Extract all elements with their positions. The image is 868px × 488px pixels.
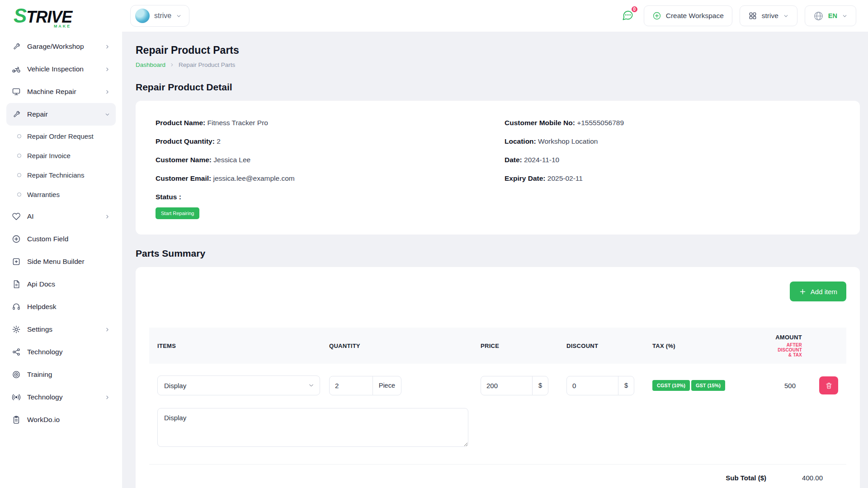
sidebar-item-vehicle-inspection[interactable]: Vehicle Inspection	[6, 58, 116, 80]
sidebar-item-label: Machine Repair	[27, 88, 76, 96]
workspace-switcher[interactable]: strive	[130, 5, 189, 27]
sidebar-subitem-label: Repair Order Request	[27, 132, 94, 140]
breadcrumb-dashboard-link[interactable]: Dashboard	[136, 61, 165, 68]
sidebar-item-api-docs[interactable]: Api Docs	[6, 273, 116, 296]
sidebar-item-warranties[interactable]: Warranties	[13, 185, 116, 204]
col-items: ITEMS	[157, 343, 329, 349]
sidebar-item-label: Side Menu Builder	[27, 258, 85, 266]
sidebar: Garage/Workshop Vehicle Inspection Machi…	[0, 32, 122, 488]
sidebar-item-label: WorkDo.io	[27, 416, 60, 424]
detail-value: 2025-02-11	[547, 174, 583, 182]
plus-circle-icon	[652, 11, 661, 20]
col-amount-note: AFTER DISCOUNT & TAX	[774, 343, 802, 357]
sidebar-item-label: Repair	[27, 110, 48, 118]
sidebar-item-workdo-io[interactable]: WorkDo.io	[6, 408, 116, 431]
machine-icon	[12, 87, 21, 96]
sidebar-item-training[interactable]: Training	[6, 363, 116, 386]
parts-table: ITEMS QUANTITY PRICE DISCOUNT TAX (%) AM…	[149, 328, 846, 488]
brand-area: STRIVE MAKE	[0, 6, 122, 26]
target-icon	[12, 370, 21, 379]
sidebar-item-repair-order-request[interactable]: Repair Order Request	[13, 127, 116, 146]
sidebar-item-side-menu-builder[interactable]: Side Menu Builder	[6, 250, 116, 273]
price-input[interactable]	[481, 376, 532, 395]
start-repairing-button[interactable]: Start Repairing	[156, 207, 199, 219]
brand-logo[interactable]: STRIVE MAKE	[14, 6, 72, 26]
add-item-button[interactable]: Add item	[790, 282, 846, 301]
create-workspace-label: Create Workspace	[666, 12, 724, 20]
col-amount: AMOUNT AFTER DISCOUNT & TAX	[774, 334, 802, 357]
sidebar-item-repair-technicians[interactable]: Repair Technicians	[13, 165, 116, 185]
brand-logo-rest: TRIVE	[26, 9, 72, 25]
detail-label: Product Quantity:	[156, 137, 215, 145]
col-discount: DISCOUNT	[566, 343, 652, 349]
detail-value: 2	[217, 137, 221, 145]
repair-submenu: Repair Order Request Repair Invoice Repa…	[6, 126, 116, 205]
tax-badge-cgst: CGST (10%)	[652, 380, 690, 391]
grid-icon	[748, 11, 757, 20]
detail-label: Expiry Date:	[505, 174, 545, 182]
sidebar-item-settings[interactable]: Settings	[6, 318, 116, 341]
trash-icon	[825, 382, 833, 389]
amount-value: 500	[774, 382, 802, 389]
sidebar-item-label: Custom Field	[27, 235, 68, 243]
detail-value: 2024-11-10	[524, 156, 559, 164]
sidebar-item-ai[interactable]: AI	[6, 205, 116, 228]
sidebar-item-label: AI	[27, 212, 34, 221]
parts-summary-heading: Parts Summary	[136, 248, 860, 259]
brand-tagline: MAKE	[54, 24, 71, 28]
item-select[interactable]: Display	[157, 375, 320, 395]
detail-label: Location:	[505, 137, 536, 145]
detail-value: +15555056789	[577, 119, 624, 127]
breadcrumb-current: Repair Product Parts	[179, 61, 235, 68]
detail-label: Product Name:	[156, 119, 205, 127]
subtotal-label: Sub Total ($)	[726, 474, 766, 482]
gear-icon	[12, 325, 21, 334]
sidebar-item-garage-workshop[interactable]: Garage/Workshop	[6, 35, 116, 58]
discount-input[interactable]	[567, 376, 618, 395]
sidebar-item-label: Api Docs	[27, 280, 55, 288]
sidebar-subitem-label: Repair Technicians	[27, 171, 84, 179]
detail-section-heading: Repair Product Detail	[136, 82, 860, 93]
detail-value: Jessica Lee	[213, 156, 250, 164]
sidebar-item-label: Helpdesk	[27, 303, 57, 311]
add-item-label: Add item	[811, 288, 837, 296]
sidebar-item-repair-invoice[interactable]: Repair Invoice	[13, 146, 116, 165]
sidebar-item-technology-2[interactable]: Technology	[6, 386, 116, 408]
workspace-name: strive	[154, 12, 171, 20]
quantity-input[interactable]	[330, 376, 373, 395]
sidebar-subitem-label: Warranties	[27, 191, 60, 198]
create-workspace-button[interactable]: Create Workspace	[644, 5, 732, 26]
language-selector[interactable]: EN	[805, 5, 856, 26]
main-content: Repair Product Parts Dashboard Repair Pr…	[122, 0, 868, 488]
chevron-right-icon	[104, 214, 110, 220]
brand-logo-s: S	[14, 6, 26, 26]
sidebar-item-repair[interactable]: Repair	[6, 103, 116, 126]
bullet-icon	[17, 192, 21, 197]
sidebar-item-label: Technology	[27, 348, 62, 356]
notification-badge: 0	[631, 5, 638, 13]
subtotal-row: Sub Total ($) 400.00	[149, 464, 846, 488]
plus-icon	[799, 288, 807, 296]
sidebar-item-technology[interactable]: Technology	[6, 341, 116, 363]
delete-item-button[interactable]	[819, 376, 838, 394]
chevron-right-icon	[104, 66, 110, 72]
item-description-textarea[interactable]: Display	[157, 408, 468, 447]
tax-badge-gst: GST (15%)	[691, 380, 725, 391]
quantity-unit: Piece	[373, 376, 401, 395]
sidebar-item-helpdesk[interactable]: Helpdesk	[6, 296, 116, 318]
detail-value: Fitness Tracker Pro	[208, 119, 268, 127]
sidebar-item-machine-repair[interactable]: Machine Repair	[6, 80, 116, 103]
parts-table-header: ITEMS QUANTITY PRICE DISCOUNT TAX (%) AM…	[149, 328, 846, 364]
messages-button[interactable]: 0	[619, 6, 637, 25]
sidebar-item-custom-field[interactable]: Custom Field	[6, 228, 116, 250]
detail-label: Customer Email:	[156, 174, 211, 182]
sidebar-subitem-label: Repair Invoice	[27, 152, 71, 160]
sidebar-item-label: Technology	[27, 393, 62, 401]
breadcrumb: Dashboard Repair Product Parts	[136, 61, 860, 68]
chevron-down-icon	[783, 13, 789, 19]
chevron-down-icon	[104, 112, 110, 117]
repair-product-detail-card: Product Name: Fitness Tracker Pro Produc…	[136, 101, 860, 235]
account-dropdown[interactable]: strive	[740, 5, 797, 26]
heart-icon	[12, 212, 21, 221]
detail-label: Customer Mobile No:	[505, 119, 575, 127]
